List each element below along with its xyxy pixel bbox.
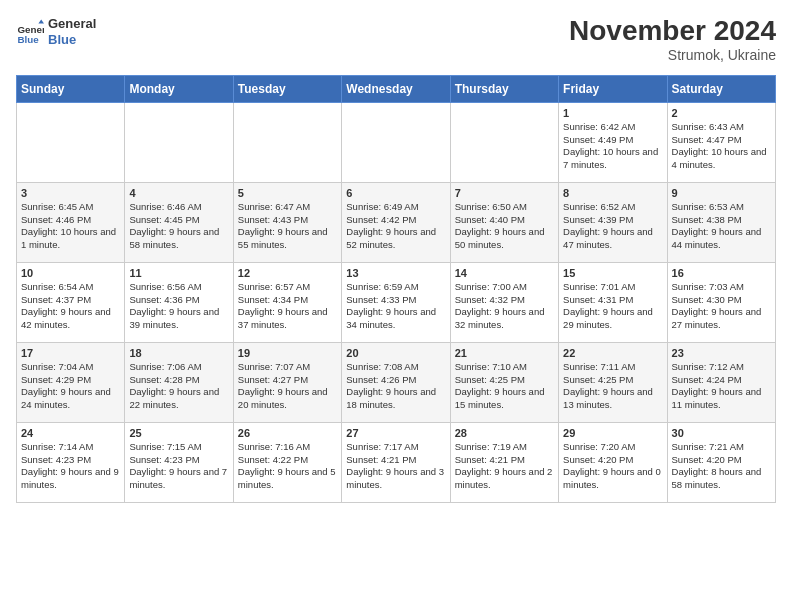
calendar-cell: 3Sunrise: 6:45 AM Sunset: 4:46 PM Daylig… <box>17 182 125 262</box>
calendar-cell: 24Sunrise: 7:14 AM Sunset: 4:23 PM Dayli… <box>17 422 125 502</box>
calendar-cell: 11Sunrise: 6:56 AM Sunset: 4:36 PM Dayli… <box>125 262 233 342</box>
day-info: Sunrise: 7:14 AM Sunset: 4:23 PM Dayligh… <box>21 441 120 492</box>
day-header-monday: Monday <box>125 75 233 102</box>
day-number: 5 <box>238 187 337 199</box>
week-row-5: 24Sunrise: 7:14 AM Sunset: 4:23 PM Dayli… <box>17 422 776 502</box>
week-row-4: 17Sunrise: 7:04 AM Sunset: 4:29 PM Dayli… <box>17 342 776 422</box>
week-row-3: 10Sunrise: 6:54 AM Sunset: 4:37 PM Dayli… <box>17 262 776 342</box>
day-number: 23 <box>672 347 771 359</box>
day-number: 17 <box>21 347 120 359</box>
day-number: 27 <box>346 427 445 439</box>
day-number: 16 <box>672 267 771 279</box>
day-info: Sunrise: 6:45 AM Sunset: 4:46 PM Dayligh… <box>21 201 120 252</box>
day-info: Sunrise: 7:03 AM Sunset: 4:30 PM Dayligh… <box>672 281 771 332</box>
calendar-cell: 10Sunrise: 6:54 AM Sunset: 4:37 PM Dayli… <box>17 262 125 342</box>
calendar-cell: 9Sunrise: 6:53 AM Sunset: 4:38 PM Daylig… <box>667 182 775 262</box>
day-info: Sunrise: 7:06 AM Sunset: 4:28 PM Dayligh… <box>129 361 228 412</box>
calendar-cell: 29Sunrise: 7:20 AM Sunset: 4:20 PM Dayli… <box>559 422 667 502</box>
logo-icon: General Blue <box>16 18 44 46</box>
day-info: Sunrise: 7:15 AM Sunset: 4:23 PM Dayligh… <box>129 441 228 492</box>
calendar-cell: 25Sunrise: 7:15 AM Sunset: 4:23 PM Dayli… <box>125 422 233 502</box>
calendar-cell: 16Sunrise: 7:03 AM Sunset: 4:30 PM Dayli… <box>667 262 775 342</box>
page-subtitle: Strumok, Ukraine <box>569 47 776 63</box>
calendar-cell: 1Sunrise: 6:42 AM Sunset: 4:49 PM Daylig… <box>559 102 667 182</box>
calendar-cell: 27Sunrise: 7:17 AM Sunset: 4:21 PM Dayli… <box>342 422 450 502</box>
day-info: Sunrise: 7:11 AM Sunset: 4:25 PM Dayligh… <box>563 361 662 412</box>
calendar-cell <box>17 102 125 182</box>
day-info: Sunrise: 6:47 AM Sunset: 4:43 PM Dayligh… <box>238 201 337 252</box>
day-info: Sunrise: 6:49 AM Sunset: 4:42 PM Dayligh… <box>346 201 445 252</box>
week-row-1: 1Sunrise: 6:42 AM Sunset: 4:49 PM Daylig… <box>17 102 776 182</box>
calendar-cell: 8Sunrise: 6:52 AM Sunset: 4:39 PM Daylig… <box>559 182 667 262</box>
logo: General Blue General Blue <box>16 16 96 47</box>
day-info: Sunrise: 7:07 AM Sunset: 4:27 PM Dayligh… <box>238 361 337 412</box>
day-info: Sunrise: 6:42 AM Sunset: 4:49 PM Dayligh… <box>563 121 662 172</box>
title-block: November 2024 Strumok, Ukraine <box>569 16 776 63</box>
day-header-saturday: Saturday <box>667 75 775 102</box>
calendar-cell <box>342 102 450 182</box>
calendar-cell <box>125 102 233 182</box>
calendar-cell <box>233 102 341 182</box>
day-number: 11 <box>129 267 228 279</box>
calendar-cell: 4Sunrise: 6:46 AM Sunset: 4:45 PM Daylig… <box>125 182 233 262</box>
calendar-cell: 15Sunrise: 7:01 AM Sunset: 4:31 PM Dayli… <box>559 262 667 342</box>
day-header-wednesday: Wednesday <box>342 75 450 102</box>
calendar-cell: 21Sunrise: 7:10 AM Sunset: 4:25 PM Dayli… <box>450 342 558 422</box>
calendar-cell: 26Sunrise: 7:16 AM Sunset: 4:22 PM Dayli… <box>233 422 341 502</box>
day-number: 9 <box>672 187 771 199</box>
day-number: 3 <box>21 187 120 199</box>
day-header-tuesday: Tuesday <box>233 75 341 102</box>
page-header: General Blue General Blue November 2024 … <box>16 16 776 63</box>
calendar-table: SundayMondayTuesdayWednesdayThursdayFrid… <box>16 75 776 503</box>
day-number: 29 <box>563 427 662 439</box>
day-info: Sunrise: 7:21 AM Sunset: 4:20 PM Dayligh… <box>672 441 771 492</box>
calendar-cell: 13Sunrise: 6:59 AM Sunset: 4:33 PM Dayli… <box>342 262 450 342</box>
day-number: 13 <box>346 267 445 279</box>
day-header-sunday: Sunday <box>17 75 125 102</box>
day-number: 8 <box>563 187 662 199</box>
page-title: November 2024 <box>569 16 776 47</box>
calendar-cell: 20Sunrise: 7:08 AM Sunset: 4:26 PM Dayli… <box>342 342 450 422</box>
day-number: 10 <box>21 267 120 279</box>
calendar-cell: 14Sunrise: 7:00 AM Sunset: 4:32 PM Dayli… <box>450 262 558 342</box>
day-info: Sunrise: 6:54 AM Sunset: 4:37 PM Dayligh… <box>21 281 120 332</box>
day-info: Sunrise: 6:50 AM Sunset: 4:40 PM Dayligh… <box>455 201 554 252</box>
day-number: 6 <box>346 187 445 199</box>
calendar-cell: 17Sunrise: 7:04 AM Sunset: 4:29 PM Dayli… <box>17 342 125 422</box>
calendar-cell <box>450 102 558 182</box>
day-number: 2 <box>672 107 771 119</box>
day-number: 30 <box>672 427 771 439</box>
day-info: Sunrise: 7:12 AM Sunset: 4:24 PM Dayligh… <box>672 361 771 412</box>
day-info: Sunrise: 7:00 AM Sunset: 4:32 PM Dayligh… <box>455 281 554 332</box>
calendar-cell: 6Sunrise: 6:49 AM Sunset: 4:42 PM Daylig… <box>342 182 450 262</box>
day-info: Sunrise: 6:46 AM Sunset: 4:45 PM Dayligh… <box>129 201 228 252</box>
day-number: 24 <box>21 427 120 439</box>
day-number: 19 <box>238 347 337 359</box>
day-header-thursday: Thursday <box>450 75 558 102</box>
day-number: 20 <box>346 347 445 359</box>
day-info: Sunrise: 6:56 AM Sunset: 4:36 PM Dayligh… <box>129 281 228 332</box>
day-info: Sunrise: 6:43 AM Sunset: 4:47 PM Dayligh… <box>672 121 771 172</box>
logo-general: General <box>48 16 96 32</box>
day-number: 7 <box>455 187 554 199</box>
day-info: Sunrise: 7:17 AM Sunset: 4:21 PM Dayligh… <box>346 441 445 492</box>
calendar-cell: 2Sunrise: 6:43 AM Sunset: 4:47 PM Daylig… <box>667 102 775 182</box>
day-number: 15 <box>563 267 662 279</box>
day-number: 18 <box>129 347 228 359</box>
svg-marker-2 <box>38 19 44 23</box>
day-number: 26 <box>238 427 337 439</box>
calendar-cell: 22Sunrise: 7:11 AM Sunset: 4:25 PM Dayli… <box>559 342 667 422</box>
day-number: 12 <box>238 267 337 279</box>
day-info: Sunrise: 6:52 AM Sunset: 4:39 PM Dayligh… <box>563 201 662 252</box>
day-info: Sunrise: 7:16 AM Sunset: 4:22 PM Dayligh… <box>238 441 337 492</box>
day-info: Sunrise: 7:01 AM Sunset: 4:31 PM Dayligh… <box>563 281 662 332</box>
calendar-cell: 23Sunrise: 7:12 AM Sunset: 4:24 PM Dayli… <box>667 342 775 422</box>
day-number: 22 <box>563 347 662 359</box>
day-info: Sunrise: 7:10 AM Sunset: 4:25 PM Dayligh… <box>455 361 554 412</box>
day-number: 25 <box>129 427 228 439</box>
calendar-cell: 7Sunrise: 6:50 AM Sunset: 4:40 PM Daylig… <box>450 182 558 262</box>
day-info: Sunrise: 7:19 AM Sunset: 4:21 PM Dayligh… <box>455 441 554 492</box>
day-info: Sunrise: 6:53 AM Sunset: 4:38 PM Dayligh… <box>672 201 771 252</box>
day-info: Sunrise: 6:59 AM Sunset: 4:33 PM Dayligh… <box>346 281 445 332</box>
calendar-cell: 19Sunrise: 7:07 AM Sunset: 4:27 PM Dayli… <box>233 342 341 422</box>
